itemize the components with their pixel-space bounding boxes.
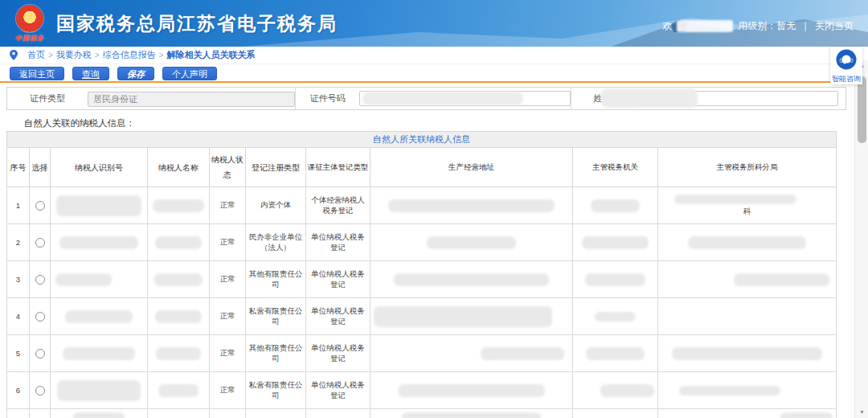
scrollbar-thumb[interactable] xyxy=(858,76,866,143)
row-index: 3 xyxy=(7,261,30,298)
table-title: 自然人所关联纳税人信息 xyxy=(7,132,837,148)
redacted-taxpayer-id xyxy=(55,273,112,286)
col-header-registration-type: 登记注册类型 xyxy=(246,148,306,187)
taxpayer-status: 正常 xyxy=(210,261,246,298)
col-header-select: 选择 xyxy=(30,148,51,187)
select-radio[interactable] xyxy=(35,349,45,359)
table-row: 2 正常 民办非企业单位（法人） 单位纳税人税务登记 xyxy=(7,224,837,261)
redacted-taxpayer-id xyxy=(57,380,141,401)
redacted-taxpayer-name xyxy=(158,384,199,397)
col-header-taxpayer-status: 纳税人状态 xyxy=(210,148,246,187)
redacted-tax-branch xyxy=(734,273,829,286)
col-header-taxpayer-name: 纳税人名称 xyxy=(148,148,210,187)
redacted-tax-branch xyxy=(679,386,780,395)
redacted-taxpayer-name xyxy=(155,236,202,249)
redacted-tax-authority xyxy=(591,199,640,212)
section-title: 自然人关联的纳税人信息： xyxy=(24,117,135,129)
registration-type: 其他有限责任公司 xyxy=(246,335,306,372)
breadcrumb-i-want-to-do-tax[interactable]: 我要办税 xyxy=(56,49,92,61)
taxpayer-status: 正常 xyxy=(210,335,246,372)
table-row: 1 正常 内资个体 个体经营纳税人税务登记 科 xyxy=(7,187,837,224)
breadcrumb-current-page[interactable]: 解除相关人员关联关系 xyxy=(167,49,256,61)
redacted-tax-authority xyxy=(595,312,636,322)
smart-consult-label: 智能咨询 xyxy=(830,74,862,84)
col-header-index: 序号 xyxy=(7,148,30,187)
breadcrumb-separator: > xyxy=(95,51,100,59)
redacted-tax-authority xyxy=(586,347,645,360)
close-page-link[interactable]: 关闭当页 xyxy=(815,19,854,33)
logo-caption: 中国税务 xyxy=(11,34,48,43)
redacted-tax-authority xyxy=(582,236,649,249)
top-banner: ★ 中国税务 国家税务总局江苏省电子税务局 欢 用级别：暂无 ｜ 关闭当页 xyxy=(0,0,868,47)
breadcrumb-separator: > xyxy=(159,51,164,59)
redacted-username xyxy=(677,20,733,32)
levy-subject-type: 单位纳税人税务登记 xyxy=(306,372,371,409)
levy-subject-type: 单位纳税人税务登记 xyxy=(306,298,371,335)
table-header-row: 序号 选择 纳税人识别号 纳税人名称 纳税人状态 登记注册类型 课征主体登记类型… xyxy=(7,148,837,187)
scroll-down-arrow[interactable]: ▼ xyxy=(855,407,868,418)
select-radio[interactable] xyxy=(35,312,45,322)
registration-type: 私营有限责任公司 xyxy=(246,372,306,409)
levy-subject-type: 单位纳税人税务登记 xyxy=(306,224,371,261)
breadcrumb: 首页 > 我要办税 > 综合信息报告 > 解除相关人员关联关系 xyxy=(0,47,854,64)
col-header-taxpayer-id: 纳税人识别号 xyxy=(51,148,148,187)
welcome-partial-text: 欢 xyxy=(662,19,672,33)
smart-consult-widget[interactable]: 智能咨询 xyxy=(830,47,862,84)
redacted-business-address xyxy=(374,306,552,327)
location-pin-icon xyxy=(10,50,18,60)
col-header-business-address: 生产经营地址 xyxy=(371,148,573,187)
taxpayer-status: 正常 xyxy=(210,298,246,335)
customer-service-headset-icon xyxy=(836,49,857,70)
levy-subject-type: 单位纳税人税务登记 xyxy=(306,335,371,372)
tax-bureau-logo: ★ 中国税务 xyxy=(11,5,48,43)
breadcrumb-comprehensive-info-report[interactable]: 综合信息报告 xyxy=(103,49,156,61)
row-index: 6 xyxy=(7,372,30,409)
tax-branch-partial-text: 科 xyxy=(660,207,834,217)
registration-type: 私营有限责任公司 xyxy=(246,298,306,335)
redacted-taxpayer-id xyxy=(63,347,135,360)
site-title: 国家税务总局江苏省电子税务局 xyxy=(56,11,338,36)
redacted-taxpayer-id xyxy=(65,310,133,323)
registration-type: 其他有限责任公司 xyxy=(246,261,306,298)
redacted-taxpayer-id xyxy=(73,412,125,418)
vertical-scrollbar[interactable]: ▲ ▼ xyxy=(854,60,868,418)
col-header-levy-subject-type: 课征主体登记类型 xyxy=(306,148,371,187)
redacted-name xyxy=(601,88,698,108)
redacted-business-address xyxy=(394,273,549,286)
redacted-taxpayer-name xyxy=(154,273,202,286)
return-home-button[interactable]: 返回主页 xyxy=(10,67,64,80)
certificate-type-label: 证件类型 xyxy=(7,92,88,104)
user-level-text: 用级别：暂无 xyxy=(738,19,796,33)
col-header-tax-authority: 主管税务机关 xyxy=(573,148,658,187)
redacted-tax-branch xyxy=(780,412,833,418)
row-index: 1 xyxy=(7,187,30,224)
redacted-taxpayer-name xyxy=(153,199,203,212)
redacted-business-address xyxy=(398,384,545,397)
save-button[interactable]: 保存 xyxy=(117,67,154,80)
redacted-tax-branch xyxy=(674,195,796,204)
banner-user-area: 欢 用级别：暂无 ｜ 关闭当页 xyxy=(662,19,854,33)
redacted-taxpayer-id xyxy=(59,236,139,249)
select-radio[interactable] xyxy=(35,386,45,395)
table-row: 3 正常 其他有限责任公司 单位纳税人税务登记 xyxy=(7,261,837,298)
select-radio[interactable] xyxy=(35,238,45,248)
redacted-tax-branch xyxy=(688,236,807,249)
select-radio[interactable] xyxy=(35,275,45,285)
levy-subject-type: 单位纳税人税务登记 xyxy=(306,261,371,298)
certificate-type-input[interactable] xyxy=(88,92,295,107)
breadcrumb-home[interactable]: 首页 xyxy=(27,49,45,61)
redacted-tax-branch xyxy=(672,347,822,360)
table-row: 4 正常 私营有限责任公司 单位纳税人税务登记 xyxy=(7,298,837,335)
orange-divider xyxy=(0,81,854,83)
identity-query-form: 证件类型 证件号码 姓名 xyxy=(6,87,846,110)
select-radio[interactable] xyxy=(35,201,45,211)
table-row: 6 正常 私营有限责任公司 单位纳税人税务登记 xyxy=(7,372,837,409)
query-button[interactable]: 查询 xyxy=(72,67,109,80)
redacted-tax-authority xyxy=(585,273,646,286)
national-emblem-icon: ★ xyxy=(16,5,43,32)
redacted-business-address xyxy=(427,236,516,249)
breadcrumb-separator: > xyxy=(48,51,53,59)
redacted-taxpayer-id xyxy=(56,195,142,216)
taxpayer-status: 正常 xyxy=(210,224,246,261)
personal-statement-button[interactable]: 个人声明 xyxy=(162,67,217,80)
